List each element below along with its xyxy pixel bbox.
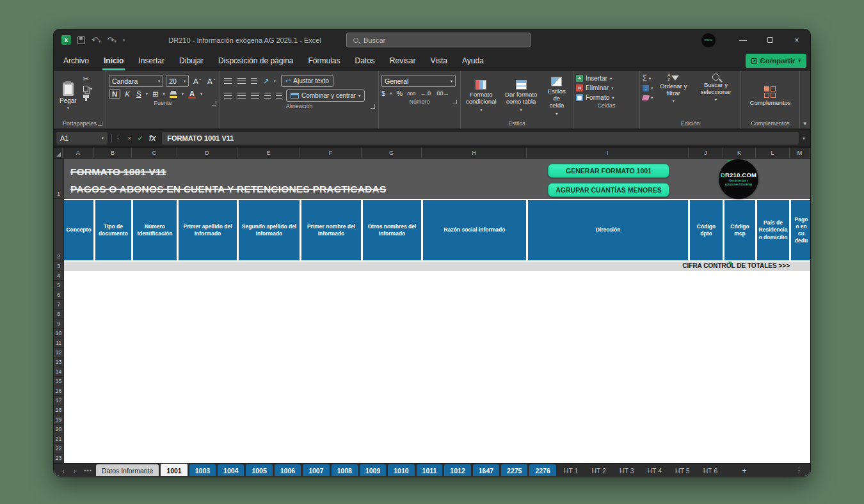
underline-button[interactable]: S bbox=[134, 90, 143, 98]
empty-row[interactable] bbox=[64, 300, 810, 310]
row-header-2[interactable]: 2 bbox=[54, 199, 64, 262]
sheet-tab-ht-5[interactable]: HT 5 bbox=[669, 464, 696, 476]
sheet-tab-1001[interactable]: 1001 bbox=[161, 464, 187, 476]
empty-row[interactable] bbox=[64, 358, 810, 367]
row-header-15[interactable]: 15 bbox=[54, 377, 64, 386]
bold-button[interactable]: N bbox=[109, 90, 120, 98]
increase-decimal-button[interactable]: ←.0 bbox=[420, 90, 431, 97]
cancel-icon[interactable]: × bbox=[127, 134, 131, 142]
empty-row[interactable] bbox=[64, 415, 810, 425]
header-cell-codigo-mcp[interactable]: Código mcp bbox=[724, 200, 757, 260]
row-header-10[interactable]: 10 bbox=[54, 329, 64, 338]
empty-row[interactable] bbox=[64, 271, 810, 281]
collapse-ribbon-icon[interactable]: ▾ bbox=[803, 120, 806, 127]
decrease-indent-button[interactable] bbox=[263, 92, 272, 99]
sheet-tab-ht-2[interactable]: HT 2 bbox=[586, 464, 612, 476]
row-header-19[interactable]: 19 bbox=[54, 415, 64, 425]
row-header-7[interactable]: 7 bbox=[54, 300, 64, 310]
comma-style-button[interactable]: 000 bbox=[407, 91, 415, 97]
align-left-button[interactable] bbox=[223, 92, 234, 99]
header-cell-numero-identificacion[interactable]: Número identificación bbox=[133, 200, 179, 260]
empty-row[interactable] bbox=[64, 406, 810, 415]
autosum-button[interactable]: Σ▾ bbox=[643, 75, 653, 82]
menu-tab-formulas[interactable]: Fórmulas bbox=[307, 52, 341, 70]
row-header-20[interactable]: 20 bbox=[54, 425, 64, 434]
group-minor-amounts-button[interactable]: AGRUPAR CUANTÍAS MENORES bbox=[548, 183, 669, 197]
font-name-select[interactable]: Candara▾ bbox=[109, 75, 163, 87]
maximize-button[interactable] bbox=[756, 29, 783, 51]
generate-format-button[interactable]: GENERAR FORMATO 1001 bbox=[548, 164, 669, 178]
empty-row[interactable] bbox=[64, 377, 810, 386]
column-header-h[interactable]: H bbox=[422, 148, 527, 158]
column-header-c[interactable]: C bbox=[132, 148, 177, 158]
column-header-g[interactable]: G bbox=[362, 148, 422, 158]
expand-formula-bar-icon[interactable]: ▾ bbox=[803, 136, 808, 141]
empty-row[interactable] bbox=[64, 367, 810, 377]
align-center-button[interactable] bbox=[236, 92, 247, 99]
control-totals-row[interactable]: CIFRA CONTROL DE TOTALES >>> bbox=[64, 262, 810, 271]
align-top-button[interactable] bbox=[223, 77, 234, 84]
sheet-tab-2276[interactable]: 2276 bbox=[529, 464, 556, 476]
column-header-k[interactable]: K bbox=[723, 148, 756, 158]
row-header-5[interactable]: 5 bbox=[54, 281, 64, 290]
column-header-e[interactable]: E bbox=[237, 148, 300, 158]
delete-cells-button[interactable]: × Eliminar▾ bbox=[576, 84, 637, 91]
menu-tab-inicio[interactable]: Inicio bbox=[102, 52, 125, 70]
close-button[interactable]: × bbox=[783, 29, 810, 51]
row-header-9[interactable]: 9 bbox=[54, 319, 64, 329]
format-as-table-button[interactable]: Dar formato como tabla▾ bbox=[502, 80, 540, 112]
sheet-tab-1004[interactable]: 1004 bbox=[218, 464, 244, 476]
align-middle-button[interactable] bbox=[236, 77, 247, 84]
sheet-tab-1012[interactable]: 1012 bbox=[444, 464, 470, 476]
sheet-tab-ht-1[interactable]: HT 1 bbox=[558, 464, 584, 476]
font-color-button[interactable]: A bbox=[186, 90, 198, 98]
select-all-corner[interactable] bbox=[54, 148, 63, 158]
empty-row[interactable] bbox=[64, 338, 810, 348]
enter-icon[interactable]: ✓ bbox=[137, 134, 143, 143]
header-cell-codigo-dpto[interactable]: Código dpto bbox=[690, 200, 724, 260]
empty-row[interactable] bbox=[64, 281, 810, 290]
clear-button[interactable]: ▾ bbox=[643, 94, 653, 101]
row-header-11[interactable]: 11 bbox=[54, 338, 64, 348]
row-header-1[interactable]: 1 bbox=[54, 159, 64, 199]
sheet-tab-1009[interactable]: 1009 bbox=[360, 464, 386, 476]
format-cells-button[interactable]: ▦ Formato▾ bbox=[576, 94, 637, 101]
format-painter-button[interactable] bbox=[83, 95, 92, 98]
empty-row[interactable] bbox=[64, 290, 810, 300]
row-header-23[interactable]: 23 bbox=[54, 453, 64, 463]
redo-button[interactable]: ↷▾ bbox=[107, 36, 116, 44]
empty-row[interactable] bbox=[64, 434, 810, 444]
sheet-tab-ht-4[interactable]: HT 4 bbox=[642, 464, 668, 476]
row-header-17[interactable]: 17 bbox=[54, 396, 64, 406]
fill-button[interactable]: ↓▾ bbox=[643, 84, 653, 91]
dialog-launcher-icon[interactable] bbox=[98, 122, 102, 126]
sheet-tab-1003[interactable]: 1003 bbox=[189, 464, 216, 476]
undo-button[interactable]: ↶▾ bbox=[92, 36, 100, 44]
menu-tab-archivo[interactable]: Archivo bbox=[62, 52, 90, 70]
empty-row[interactable] bbox=[64, 348, 810, 358]
row-header-4[interactable]: 4 bbox=[54, 271, 64, 281]
header-cell-primer-apellido-del-informado[interactable]: Primer apellido del informado bbox=[179, 200, 239, 260]
previous-sheet-icon[interactable]: ‹ bbox=[62, 467, 65, 475]
conditional-formatting-button[interactable]: Formato condicional▾ bbox=[463, 80, 499, 112]
header-cell-concepto[interactable]: Concepto bbox=[64, 200, 95, 260]
header-cell-razon-social-informado[interactable]: Razón social informado bbox=[423, 200, 528, 260]
search-box[interactable]: Buscar bbox=[346, 33, 531, 47]
menu-tab-ayuda[interactable]: Ayuda bbox=[461, 52, 485, 70]
orientation-button[interactable]: ↗ bbox=[261, 77, 271, 86]
header-cell-pais-de-residencia-o-domicilio[interactable]: País de Residencia o domicilio bbox=[757, 200, 791, 260]
menu-tab-vista[interactable]: Vista bbox=[429, 52, 449, 70]
sheet-tab-2275[interactable]: 2275 bbox=[501, 464, 527, 476]
tabbar-scroll-icon[interactable]: ⋮ bbox=[796, 466, 803, 475]
account-avatar[interactable]: DR210 bbox=[701, 33, 716, 47]
new-sheet-button[interactable]: + bbox=[742, 466, 747, 475]
merge-center-button[interactable]: Combinar y centrar ▾ bbox=[286, 90, 365, 102]
align-right-button[interactable] bbox=[250, 92, 260, 99]
paste-button[interactable]: Pegar ▾ bbox=[56, 74, 80, 119]
column-header-i[interactable]: I bbox=[527, 148, 689, 158]
formula-input[interactable]: FORMATO 1001 V11 bbox=[162, 132, 799, 145]
row-header-16[interactable]: 16 bbox=[54, 386, 64, 396]
column-header-j[interactable]: J bbox=[689, 148, 723, 158]
row-header-18[interactable]: 18 bbox=[54, 406, 64, 415]
cut-button[interactable]: ✂ bbox=[83, 75, 92, 83]
